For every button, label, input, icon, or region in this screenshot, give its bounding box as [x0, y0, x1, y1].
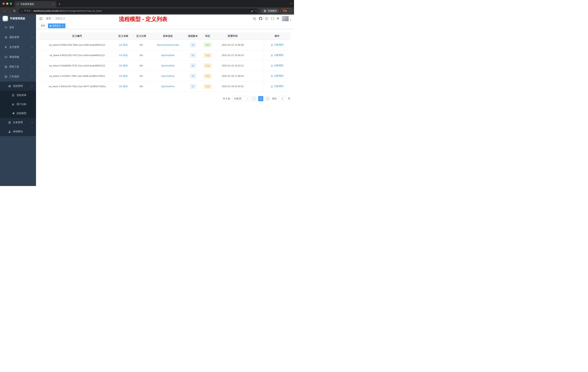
browser-toolbar: ← → ↻ ⚠ 不安全 dashboard.yudao.iocoder.cn/b…	[0, 7, 294, 15]
prev-page-button[interactable]: ‹	[251, 96, 256, 101]
tab-search-icon[interactable]: ▾	[290, 2, 292, 5]
new-tab-button[interactable]: +	[59, 2, 61, 6]
question-glyph: ?	[266, 17, 267, 20]
paper-plane-icon	[12, 112, 15, 115]
assign-rule-link[interactable]: 分配规则	[271, 64, 284, 67]
browser-menu-icon[interactable]: ⋮	[288, 10, 291, 12]
help-icon[interactable]: ?	[265, 17, 268, 20]
cell-deploy-time: 2022-01-22 19:19:11	[215, 60, 251, 71]
cell-definition-id: oa_leave:1:482ec033-762a-11ec-8477-a2380…	[40, 81, 115, 92]
sidebar-item-label: 用户分组	[17, 103, 26, 106]
version-badge[interactable]: v3	[190, 63, 196, 68]
sidebar-item-label: 基础设施	[9, 55, 19, 59]
version-badge[interactable]: v5	[190, 43, 196, 47]
assign-rule-label: 分配规则	[274, 85, 284, 88]
chevron-down-icon	[31, 36, 33, 38]
current-page-button[interactable]: 1	[258, 96, 263, 101]
window-zoom-button[interactable]	[10, 2, 12, 5]
list-icon	[8, 85, 11, 88]
definition-name-link[interactable]: OA 请假	[119, 75, 128, 77]
sidebar-item-dev-tools[interactable]: 研发工具	[0, 62, 36, 72]
sidebar-item-leave-query[interactable]: 请假查询	[0, 127, 36, 136]
dashboard-icon	[4, 26, 7, 29]
form-link[interactable]: /bpm/oa/flow	[161, 85, 175, 88]
chevron-down-icon	[31, 46, 33, 48]
password-key-icon[interactable]	[251, 10, 254, 12]
breadcrumb-home[interactable]: 首页	[46, 17, 51, 20]
cell-deploy-time: 2022-01-16 17:46:53	[215, 71, 251, 81]
person-icon	[271, 85, 273, 88]
sidebar-item-workflow[interactable]: 工作流程	[0, 72, 36, 82]
cell-deploy-time: 2022-01-22 21:48:38	[215, 40, 251, 50]
goto-page-input[interactable]	[279, 96, 286, 101]
form-link[interactable]: /bpm/oa/flow	[161, 54, 175, 57]
version-badge[interactable]: v1	[190, 84, 196, 89]
sidebar-menu: 首页 系统管理 ¥ 支付管理 基础设施	[0, 22, 36, 136]
window-close-button[interactable]	[2, 2, 5, 5]
person-icon	[271, 54, 273, 56]
update-browser-button[interactable]: 更新 ⋮	[280, 9, 292, 13]
sidebar-item-task-management[interactable]: 任务管理	[0, 118, 36, 127]
search-icon[interactable]	[253, 17, 256, 20]
fullscreen-icon[interactable]	[271, 17, 274, 20]
next-page-button[interactable]: ›	[265, 96, 270, 101]
definition-name-link[interactable]: OA 请假	[119, 54, 128, 57]
table-row: oa_leave:4:991f2193-7b7f-11ec-a3c8-acde4…	[40, 50, 290, 60]
bookmark-star-icon[interactable]: ☆	[255, 9, 257, 12]
chevron-up-icon	[31, 76, 33, 78]
table-row: oa_leave:5:004b710b-7b8a-11ec-8ef0-acde4…	[40, 40, 290, 50]
form-link[interactable]: /bpm/oa/leave/create	[157, 44, 179, 46]
font-size-icon[interactable]: tT	[277, 17, 279, 20]
page-annotation: 流程模型 - 定义列表	[119, 15, 168, 23]
cell-category: OA	[132, 50, 151, 60]
sidebar-item-system[interactable]: 系统管理	[0, 33, 36, 42]
assign-rule-link[interactable]: 分配规则	[271, 54, 284, 57]
tab-close-icon[interactable]: ×	[52, 3, 54, 6]
sidebar-item-payment[interactable]: ¥ 支付管理	[0, 42, 36, 52]
cube-icon	[4, 66, 7, 68]
user-avatar[interactable]	[282, 16, 289, 21]
cell-category: OA	[132, 81, 151, 92]
sidebar-item-label: 流程管理	[13, 85, 23, 88]
version-badge[interactable]: v4	[190, 53, 196, 58]
sidebar-item-user-group[interactable]: 用户分组	[0, 100, 36, 109]
sidebar-item-label: 流程模型	[17, 112, 26, 115]
url-path: /bpm/manager/definition?key=oa_leave	[62, 10, 102, 12]
browser-tab[interactable]: 芋道管理系统 ×	[15, 1, 56, 7]
tag-process-definition[interactable]: 流程定义 ×	[48, 23, 65, 28]
sidebar-item-process-management[interactable]: 流程管理	[0, 82, 36, 91]
assign-rule-link[interactable]: 分配规则	[271, 43, 284, 46]
sidebar-item-process-form[interactable]: 流程表单	[0, 91, 36, 100]
sidebar-item-infrastructure[interactable]: 基础设施	[0, 52, 36, 62]
window-controls	[0, 2, 15, 5]
definition-name-link[interactable]: OA 请假	[119, 64, 128, 67]
column-status: 状态	[201, 33, 215, 40]
definition-name-link[interactable]: OA 请假	[119, 85, 128, 88]
assign-rule-label: 分配规则	[274, 54, 284, 57]
form-link[interactable]: /bpm/oa/flow	[161, 75, 175, 77]
sidebar-collapse-icon[interactable]	[39, 17, 43, 21]
chevron-down-icon: ▾	[247, 97, 248, 100]
reload-button[interactable]: ↻	[12, 8, 17, 13]
definition-name-link[interactable]: OA 请假	[119, 44, 128, 46]
back-button[interactable]: ←	[2, 8, 7, 13]
column-definition-category: 定义分类	[132, 33, 151, 40]
tag-home[interactable]: 首页	[39, 23, 47, 28]
github-icon[interactable]	[259, 17, 262, 20]
assign-rule-link[interactable]: 分配规则	[271, 74, 284, 77]
chevron-down-icon	[31, 56, 33, 58]
forward-button[interactable]: →	[7, 8, 12, 13]
version-badge[interactable]: v2	[190, 74, 196, 78]
sidebar-item-process-model[interactable]: 流程模型	[0, 109, 36, 118]
sidebar: 芋道管理系统 首页 系统管理 ¥ 支付管理	[0, 15, 36, 186]
form-link[interactable]: /bpm/oa/flow	[161, 64, 175, 67]
tag-close-icon[interactable]: ×	[62, 24, 64, 27]
page-size-select[interactable]: 10条/页 ▾	[232, 96, 250, 101]
sidebar-item-home[interactable]: 首页	[0, 22, 36, 33]
assign-rule-link[interactable]: 分配规则	[271, 85, 284, 88]
gear-icon	[4, 36, 7, 39]
app-logo[interactable]: 芋道管理系统	[0, 15, 36, 22]
address-bar[interactable]: ⚠ 不安全 dashboard.yudao.iocoder.cn/bpm/man…	[19, 8, 258, 13]
user-caret-down-icon[interactable]: ▾	[290, 19, 291, 21]
window-minimize-button[interactable]	[6, 2, 8, 5]
